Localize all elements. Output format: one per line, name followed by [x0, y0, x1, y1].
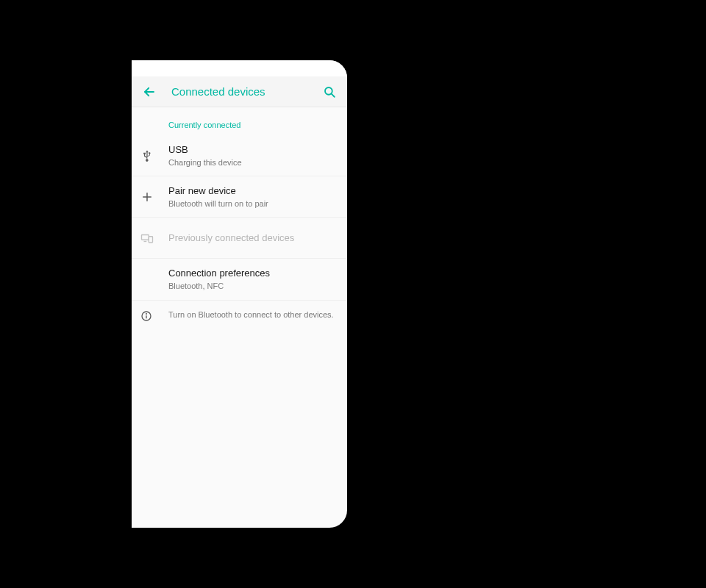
list-item-subtitle: Bluetooth, NFC: [168, 281, 335, 292]
hint-text: Turn on Bluetooth to connect to other de…: [168, 309, 335, 320]
info-icon: [140, 309, 168, 322]
page-title: Connected devices: [171, 85, 321, 98]
status-bar: [132, 60, 347, 76]
search-icon: [323, 85, 336, 98]
svg-rect-5: [142, 234, 149, 240]
list-item-connection-preferences[interactable]: Connection preferences Bluetooth, NFC: [132, 259, 347, 300]
svg-line-2: [331, 93, 334, 96]
svg-point-10: [146, 314, 147, 315]
phone-frame: Connected devices Currently connected US…: [132, 60, 347, 528]
list-item-subtitle: Bluetooth will turn on to pair: [168, 198, 335, 209]
list-item-title: Previously connected devices: [168, 232, 335, 245]
list-item-title: USB: [168, 143, 335, 157]
back-button[interactable]: [140, 83, 158, 101]
list-item-usb[interactable]: USB Charging this device: [132, 135, 347, 176]
devices-icon: [140, 232, 168, 245]
content-area: Currently connected USB Charging this de…: [132, 107, 347, 528]
arrow-left-icon: [143, 85, 156, 98]
plus-icon: [140, 190, 168, 204]
hint-row: Turn on Bluetooth to connect to other de…: [132, 300, 347, 331]
svg-rect-7: [149, 236, 152, 242]
list-item-previously-connected: Previously connected devices: [132, 218, 347, 259]
list-item-title: Pair new device: [168, 184, 335, 198]
app-bar: Connected devices: [132, 76, 347, 107]
list-item-pair-new-device[interactable]: Pair new device Bluetooth will turn on t…: [132, 176, 347, 218]
usb-icon: [140, 149, 168, 162]
list-item-subtitle: Charging this device: [168, 157, 335, 168]
list-item-title: Connection preferences: [168, 267, 335, 280]
search-button[interactable]: [321, 83, 338, 101]
section-header-currently-connected: Currently connected: [132, 107, 347, 135]
